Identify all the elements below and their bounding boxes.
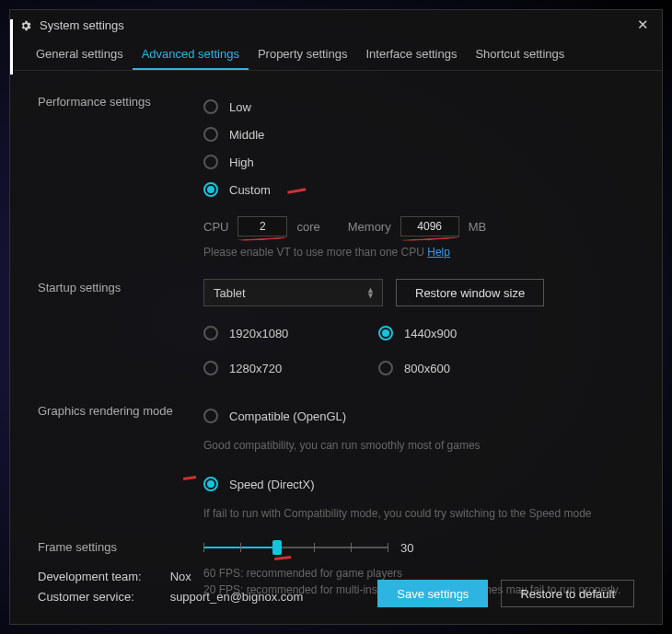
title-bar: System settings ✕ bbox=[10, 10, 662, 40]
res-label-3: 1280x720 bbox=[229, 362, 282, 375]
gear-icon bbox=[19, 17, 32, 32]
content-pane: Performance settings Low Middle High Cus… bbox=[10, 71, 662, 613]
chevron-updown-icon: ▲▼ bbox=[366, 287, 375, 298]
fps-slider[interactable] bbox=[203, 538, 388, 557]
dev-team-label: Development team: bbox=[38, 567, 167, 587]
core-label: core bbox=[296, 220, 319, 234]
cs-value: support_en@bignox.com bbox=[170, 590, 304, 604]
vt-hint: Please enable VT to use more than one CP… bbox=[203, 246, 424, 259]
tab-advanced[interactable]: Advanced settings bbox=[133, 39, 249, 70]
radio-compatible-label: Compatible (OpenGL) bbox=[229, 409, 346, 423]
radio-low-label: Low bbox=[229, 100, 251, 114]
mb-label: MB bbox=[469, 220, 487, 234]
fps-value: 30 bbox=[400, 541, 413, 555]
memory-label: Memory bbox=[348, 220, 391, 234]
radio-1440x900[interactable] bbox=[378, 326, 393, 340]
memory-input[interactable] bbox=[400, 216, 459, 236]
radio-speed-label: Speed (DirectX) bbox=[229, 478, 314, 491]
res-label-2: 1440x900 bbox=[404, 327, 457, 340]
radio-high[interactable] bbox=[203, 155, 218, 169]
radio-compatible[interactable] bbox=[203, 409, 218, 423]
annotation-mark-3 bbox=[274, 554, 291, 560]
radio-1920x1080[interactable] bbox=[203, 326, 218, 340]
res-label-1: 1920x1080 bbox=[229, 327, 288, 340]
cpu-input[interactable] bbox=[238, 216, 287, 236]
annotation-mark bbox=[286, 185, 306, 193]
tab-interface[interactable]: Interface settings bbox=[356, 39, 466, 70]
radio-1280x720[interactable] bbox=[203, 361, 218, 375]
speed-hint: If fail to run with Compatibility mode, … bbox=[203, 505, 627, 522]
radio-custom[interactable] bbox=[203, 182, 218, 197]
tab-shortcut[interactable]: Shortcut settings bbox=[466, 39, 574, 70]
footer: Development team: Nox Customer service: … bbox=[10, 567, 662, 617]
cs-label: Customer service: bbox=[38, 587, 167, 607]
save-settings-button[interactable]: Save settings bbox=[377, 580, 488, 607]
restore-window-button[interactable]: Restore window size bbox=[396, 279, 544, 306]
startup-mode-select[interactable]: Tablet ▲▼ bbox=[203, 279, 383, 306]
compat-hint: Good compatibility, you can run smoothly… bbox=[203, 437, 627, 454]
radio-800x600[interactable] bbox=[378, 361, 393, 375]
radio-middle[interactable] bbox=[203, 127, 218, 142]
restore-default-button[interactable]: Restore to default bbox=[501, 580, 634, 607]
settings-window: System settings ✕ General settings Advan… bbox=[9, 9, 663, 625]
startup-mode-value: Tablet bbox=[214, 286, 246, 300]
tabs-bar: General settings Advanced settings Prope… bbox=[10, 40, 662, 71]
dev-team-value: Nox bbox=[170, 570, 191, 583]
tab-general[interactable]: General settings bbox=[27, 39, 133, 70]
perf-section-label: Performance settings bbox=[38, 93, 203, 259]
radio-high-label: High bbox=[229, 156, 254, 169]
res-label-4: 800x600 bbox=[404, 362, 450, 375]
startup-section-label: Startup settings bbox=[38, 279, 203, 382]
radio-custom-label: Custom bbox=[229, 183, 271, 197]
close-icon[interactable]: ✕ bbox=[637, 17, 649, 33]
radio-low[interactable] bbox=[203, 99, 218, 114]
window-title: System settings bbox=[40, 18, 124, 32]
fps-slider-thumb[interactable] bbox=[272, 540, 282, 555]
radio-speed[interactable] bbox=[203, 477, 218, 491]
tab-property[interactable]: Property settings bbox=[249, 39, 357, 70]
cpu-label: CPU bbox=[203, 220, 228, 234]
radio-middle-label: Middle bbox=[229, 128, 264, 142]
vt-help-link[interactable]: Help bbox=[427, 246, 450, 259]
graphics-section-label: Graphics rendering mode bbox=[38, 402, 203, 522]
